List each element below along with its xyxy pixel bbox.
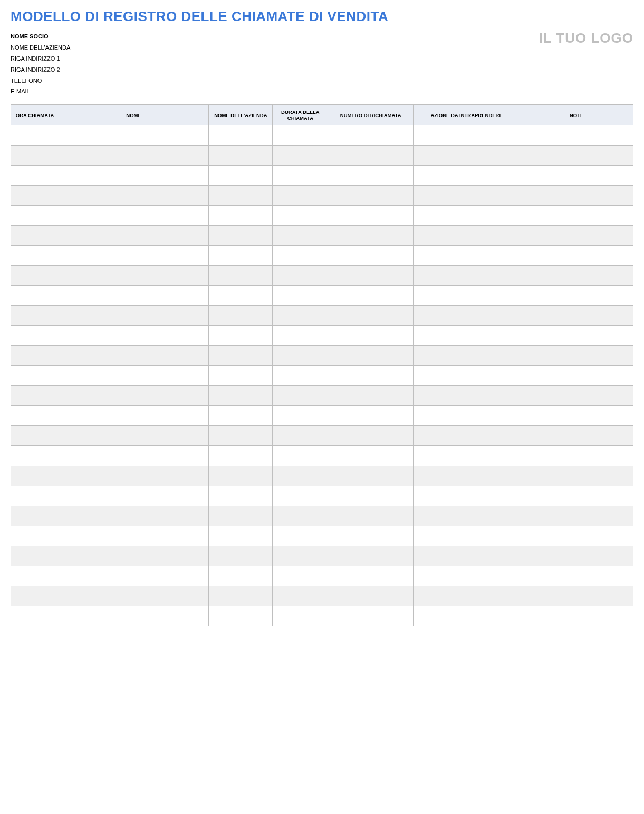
table-cell[interactable] bbox=[209, 206, 273, 226]
table-cell[interactable] bbox=[414, 125, 520, 146]
table-cell[interactable] bbox=[11, 566, 59, 586]
table-cell[interactable] bbox=[273, 406, 328, 426]
table-cell[interactable] bbox=[328, 566, 414, 586]
table-cell[interactable] bbox=[273, 486, 328, 506]
table-cell[interactable] bbox=[209, 226, 273, 246]
table-cell[interactable] bbox=[328, 326, 414, 346]
table-cell[interactable] bbox=[273, 206, 328, 226]
table-cell[interactable] bbox=[11, 546, 59, 566]
table-cell[interactable] bbox=[11, 426, 59, 446]
table-cell[interactable] bbox=[59, 366, 208, 386]
table-cell[interactable] bbox=[209, 586, 273, 606]
table-cell[interactable] bbox=[209, 486, 273, 506]
table-cell[interactable] bbox=[520, 546, 633, 566]
table-cell[interactable] bbox=[209, 186, 273, 206]
table-cell[interactable] bbox=[11, 606, 59, 626]
table-cell[interactable] bbox=[273, 306, 328, 326]
table-cell[interactable] bbox=[273, 246, 328, 266]
table-cell[interactable] bbox=[59, 226, 208, 246]
table-cell[interactable] bbox=[59, 306, 208, 326]
table-cell[interactable] bbox=[209, 246, 273, 266]
table-cell[interactable] bbox=[209, 606, 273, 626]
table-cell[interactable] bbox=[209, 125, 273, 146]
table-cell[interactable] bbox=[328, 125, 414, 146]
table-cell[interactable] bbox=[328, 446, 414, 466]
table-cell[interactable] bbox=[11, 186, 59, 206]
table-cell[interactable] bbox=[11, 466, 59, 486]
table-cell[interactable] bbox=[11, 486, 59, 506]
table-cell[interactable] bbox=[59, 246, 208, 266]
table-cell[interactable] bbox=[273, 386, 328, 406]
table-cell[interactable] bbox=[414, 386, 520, 406]
table-cell[interactable] bbox=[520, 326, 633, 346]
table-cell[interactable] bbox=[328, 206, 414, 226]
table-cell[interactable] bbox=[414, 566, 520, 586]
table-cell[interactable] bbox=[520, 426, 633, 446]
table-cell[interactable] bbox=[414, 446, 520, 466]
table-cell[interactable] bbox=[520, 446, 633, 466]
table-cell[interactable] bbox=[11, 226, 59, 246]
table-cell[interactable] bbox=[520, 566, 633, 586]
table-cell[interactable] bbox=[11, 246, 59, 266]
table-cell[interactable] bbox=[273, 366, 328, 386]
table-cell[interactable] bbox=[59, 446, 208, 466]
table-cell[interactable] bbox=[414, 406, 520, 426]
table-cell[interactable] bbox=[11, 446, 59, 466]
table-cell[interactable] bbox=[273, 226, 328, 246]
table-cell[interactable] bbox=[520, 466, 633, 486]
table-cell[interactable] bbox=[11, 526, 59, 546]
table-cell[interactable] bbox=[414, 606, 520, 626]
table-cell[interactable] bbox=[328, 286, 414, 306]
table-cell[interactable] bbox=[328, 526, 414, 546]
table-cell[interactable] bbox=[520, 586, 633, 606]
table-cell[interactable] bbox=[414, 346, 520, 366]
table-cell[interactable] bbox=[11, 206, 59, 226]
table-cell[interactable] bbox=[11, 146, 59, 166]
table-cell[interactable] bbox=[414, 426, 520, 446]
table-cell[interactable] bbox=[59, 186, 208, 206]
table-cell[interactable] bbox=[328, 166, 414, 186]
table-cell[interactable] bbox=[209, 466, 273, 486]
table-cell[interactable] bbox=[414, 266, 520, 286]
table-cell[interactable] bbox=[328, 586, 414, 606]
table-cell[interactable] bbox=[59, 506, 208, 526]
table-cell[interactable] bbox=[59, 566, 208, 586]
table-cell[interactable] bbox=[273, 346, 328, 366]
table-cell[interactable] bbox=[520, 166, 633, 186]
table-cell[interactable] bbox=[59, 326, 208, 346]
table-cell[interactable] bbox=[59, 286, 208, 306]
table-cell[interactable] bbox=[328, 406, 414, 426]
table-cell[interactable] bbox=[414, 306, 520, 326]
table-cell[interactable] bbox=[11, 586, 59, 606]
table-cell[interactable] bbox=[59, 406, 208, 426]
table-cell[interactable] bbox=[273, 446, 328, 466]
table-cell[interactable] bbox=[414, 226, 520, 246]
table-cell[interactable] bbox=[328, 306, 414, 326]
table-cell[interactable] bbox=[59, 386, 208, 406]
table-cell[interactable] bbox=[209, 386, 273, 406]
table-cell[interactable] bbox=[59, 586, 208, 606]
table-cell[interactable] bbox=[209, 266, 273, 286]
table-cell[interactable] bbox=[59, 146, 208, 166]
table-cell[interactable] bbox=[273, 166, 328, 186]
table-cell[interactable] bbox=[209, 146, 273, 166]
table-cell[interactable] bbox=[520, 506, 633, 526]
table-cell[interactable] bbox=[520, 526, 633, 546]
table-cell[interactable] bbox=[209, 326, 273, 346]
table-cell[interactable] bbox=[209, 366, 273, 386]
table-cell[interactable] bbox=[11, 266, 59, 286]
table-cell[interactable] bbox=[414, 326, 520, 346]
table-cell[interactable] bbox=[328, 226, 414, 246]
table-cell[interactable] bbox=[328, 186, 414, 206]
table-cell[interactable] bbox=[328, 266, 414, 286]
table-cell[interactable] bbox=[328, 366, 414, 386]
table-cell[interactable] bbox=[11, 326, 59, 346]
table-cell[interactable] bbox=[209, 306, 273, 326]
table-cell[interactable] bbox=[520, 406, 633, 426]
table-cell[interactable] bbox=[59, 346, 208, 366]
table-cell[interactable] bbox=[59, 426, 208, 446]
table-cell[interactable] bbox=[520, 306, 633, 326]
table-cell[interactable] bbox=[414, 366, 520, 386]
table-cell[interactable] bbox=[11, 406, 59, 426]
table-cell[interactable] bbox=[328, 426, 414, 446]
